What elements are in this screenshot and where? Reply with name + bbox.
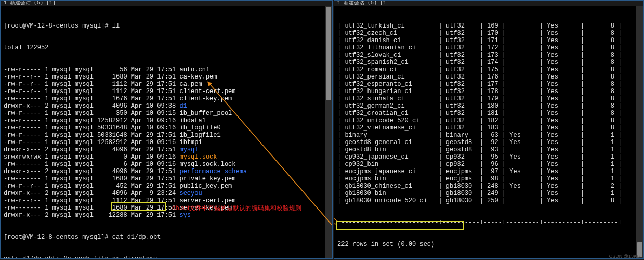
scroll-thumb[interactable] — [326, 7, 331, 100]
ls-row: -rw-r--r-- 1 mysql mysql 452 Mar 29 17:5… — [4, 183, 329, 190]
table-row: | utf32_persian_ci | utf32 | 176 | | Yes… — [337, 73, 640, 81]
table-row: | utf32_vietnamese_ci | utf32 | 183 | | … — [337, 124, 640, 132]
ls-row: -rw-r----- 1 mysql mysql 56 Mar 29 17:51… — [4, 66, 329, 73]
table-row: | utf32_lithuanian_ci | utf32 | 172 | | … — [337, 44, 640, 51]
total-line: total 122952 — [4, 44, 329, 51]
table-row: | cp932_japanese_ci | cp932 | 95 | Yes |… — [337, 153, 640, 161]
cat-error: cat: d1/dp.obt: No such file or director… — [4, 255, 329, 259]
ls-row: -rw-r----- 1 mysql mysql 50331648 Mar 29… — [4, 132, 329, 139]
table-row: | utf32_roman_ci | utf32 | 175 | | Yes |… — [337, 66, 640, 73]
table-row: | gb18030_bin | gb18030 | 249 | | Yes | … — [337, 190, 640, 197]
table-row: | utf32_czech_ci | utf32 | 170 | | Yes |… — [337, 30, 640, 37]
ls-row: -rw-r--r-- 1 mysql mysql 1680 Mar 29 17:… — [4, 73, 329, 81]
annotation-text: db.opt文件中存储的是默认的编码集和校验规则 — [172, 204, 301, 213]
table-row: | utf32_hungarian_ci | utf32 | 178 | | Y… — [337, 88, 640, 95]
ls-row: -rw------- 1 mysql mysql 6 Apr 10 09:16 … — [4, 161, 329, 168]
right-titlebar: 1 新建会话 (5) [1] — [334, 1, 643, 6]
left-titlebar: 1 新建会话 (5) [1] — [1, 1, 332, 6]
left-terminal-pane: 1 新建会话 (5) [1] [root@VM-12-8-centos mysq… — [0, 0, 333, 259]
ls-row: -rw------- 1 mysql mysql 1676 Mar 29 17:… — [4, 95, 329, 102]
table-row: | gb18030_unicode_520_ci | gb18030 | 250… — [337, 197, 640, 204]
ls-row: -rw-r----- 1 mysql mysql 12582912 Apr 10… — [4, 139, 329, 146]
table-row: | utf32_unicode_520_ci | utf32 | 182 | |… — [337, 117, 640, 124]
ls-row: -rw-r----- 1 mysql mysql 50331648 Apr 10… — [4, 124, 329, 132]
table-row: | utf32_croatian_ci | utf32 | 181 | | Ye… — [337, 110, 640, 117]
ls-row: -rw-r--r-- 1 mysql mysql 1112 Mar 29 17:… — [4, 81, 329, 88]
scrollbar[interactable] — [325, 6, 332, 258]
ls-row: -rw-r--r-- 1 mysql mysql 1112 Mar 29 17:… — [4, 197, 329, 204]
table-row: | utf32_spanish2_ci | utf32 | 174 | | Ye… — [337, 59, 640, 66]
table-sep: +--------------------------+----------+-… — [337, 219, 640, 226]
table-row: | utf32_turkish_ci | utf32 | 169 | | Yes… — [337, 22, 640, 30]
table-row: | eucjpms_bin | eucjpms | 98 | | Yes | 1… — [337, 175, 640, 183]
ls-row: -rw-r----- 1 mysql mysql 12582912 Apr 10… — [4, 117, 329, 124]
prompt-line: [root@VM-12-8-centos mysql]# ll — [4, 22, 329, 30]
ls-row: drwxr-x--- 2 mysql mysql 4096 Apr 10 09:… — [4, 102, 329, 110]
table-row: | utf32_esperanto_ci | utf32 | 177 | | Y… — [337, 81, 640, 88]
ls-row: -rw------- 1 mysql mysql 1680 Mar 29 17:… — [4, 175, 329, 183]
ls-row: drwxr-x--- 2 mysql mysql 4096 Mar 29 17:… — [4, 168, 329, 175]
prompt-line: [root@VM-12-8-centos mysql]# cat d1/dp.o… — [4, 233, 329, 241]
ls-row: srwxrwxrwx 1 mysql mysql 0 Apr 10 09:16 … — [4, 153, 329, 161]
ls-row: -rw-r--r-- 1 mysql mysql 1112 Mar 29 17:… — [4, 88, 329, 95]
table-row: | binary | binary | 63 | Yes | Yes | 1 | — [337, 132, 640, 139]
table-row: | eucjpms_japanese_ci | eucjpms | 97 | Y… — [337, 168, 640, 175]
table-row: | utf32_sinhala_ci | utf32 | 179 | | Yes… — [337, 95, 640, 102]
watermark: CSDN @13KB — [609, 254, 640, 259]
table-row: | geostd8_bin | geostd8 | 93 | | Yes | 1… — [337, 146, 640, 153]
right-terminal-pane: 1 新建会话 (5) [1] | utf32_turkish_ci | utf3… — [334, 0, 644, 259]
right-terminal[interactable]: | utf32_turkish_ci | utf32 | 169 | | Yes… — [334, 6, 643, 259]
rows-in-set: 222 rows in set (0.00 sec) — [337, 241, 640, 248]
table-row: | geostd8_general_ci | geostd8 | 92 | Ye… — [337, 139, 640, 146]
table-row: | cp932_bin | cp932 | 96 | | Yes | 1 | — [337, 161, 640, 168]
table-row: | utf32_german2_ci | utf32 | 180 | | Yes… — [337, 102, 640, 110]
table-row: | utf32_danish_ci | utf32 | 171 | | Yes … — [337, 37, 640, 44]
scrollbar[interactable] — [636, 6, 643, 258]
table-row: | utf32_slovak_ci | utf32 | 173 | | Yes … — [337, 51, 640, 59]
ls-row: -rw-r----- 1 mysql mysql 350 Apr 10 09:1… — [4, 110, 329, 117]
ls-row: drwxr-x--- 2 mysql mysql 4096 Apr 9 23:2… — [4, 190, 329, 197]
table-row: | gb18030_chinese_ci | gb18030 | 248 | Y… — [337, 183, 640, 190]
left-terminal[interactable]: [root@VM-12-8-centos mysql]# ll total 12… — [1, 6, 332, 259]
ls-row: drwxr-x--- 2 mysql mysql 12288 Mar 29 17… — [4, 212, 329, 219]
ls-row: drwxr-x--- 2 mysql mysql 4096 Mar 29 17:… — [4, 146, 329, 153]
